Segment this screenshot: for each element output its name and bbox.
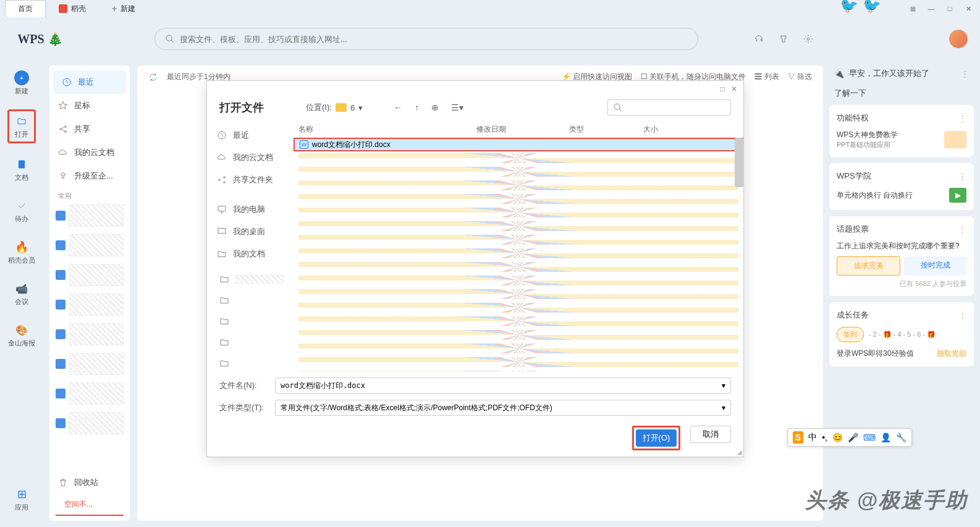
vote-option-b[interactable]: 按时完成 — [904, 256, 966, 276]
file-row[interactable] — [294, 151, 743, 165]
view-list[interactable]: ☰ 列表 — [754, 72, 779, 82]
recent-file-1[interactable] — [56, 204, 124, 227]
col-type[interactable]: 类型 — [569, 124, 643, 135]
tab-docker[interactable]: 稻壳 — [46, 0, 99, 17]
up-icon[interactable]: ↑ — [415, 103, 419, 112]
dside-folder-blur1[interactable] — [207, 269, 294, 290]
recent-file-3[interactable] — [56, 264, 124, 286]
recent-file-7[interactable] — [56, 382, 124, 405]
dside-recent[interactable]: 最近 — [207, 124, 294, 146]
ime-zh[interactable]: 中 — [808, 432, 817, 443]
chevron-down-icon[interactable]: ▾ — [722, 403, 725, 412]
minimize-button[interactable]: — — [922, 0, 940, 17]
dside-share[interactable]: 共享文件夹 — [207, 169, 294, 191]
storage-warning[interactable]: 空间不... — [56, 494, 124, 516]
more-icon[interactable]: ⋮ — [958, 311, 966, 320]
nav-share[interactable]: 共享 — [49, 117, 130, 141]
file-row[interactable] — [294, 301, 743, 314]
scrollbar-thumb[interactable] — [735, 138, 743, 187]
dialog-max-icon[interactable]: □ — [720, 85, 725, 93]
recent-file-2[interactable] — [56, 234, 124, 256]
dside-desktop[interactable]: 我的桌面 — [207, 221, 294, 243]
side-apps[interactable]: ⊞应用 — [7, 484, 36, 515]
ime-mic-icon[interactable]: 🎤 — [848, 432, 858, 442]
nav-upgrade[interactable]: 升级至企... — [49, 164, 130, 188]
gear-icon[interactable] — [803, 34, 813, 44]
view-mode-icon[interactable]: ☰▾ — [451, 103, 463, 112]
file-row[interactable] — [294, 233, 743, 247]
file-row[interactable] — [294, 206, 743, 219]
dside-folder-blur2[interactable] — [207, 290, 294, 311]
file-row-selected[interactable]: W word文档缩小打印.docx — [294, 138, 743, 151]
file-row[interactable] — [294, 260, 743, 274]
more-icon[interactable]: ⋮ — [961, 69, 969, 78]
file-row[interactable] — [294, 355, 743, 369]
ime-punct[interactable]: •, — [822, 432, 827, 442]
dside-folder-blur4[interactable] — [207, 332, 294, 353]
file-list[interactable]: W word文档缩小打印.docx — [294, 138, 743, 371]
ime-emoji-icon[interactable]: 😊 — [832, 432, 843, 442]
file-row[interactable] — [294, 328, 743, 342]
back-icon[interactable]: ← — [394, 103, 402, 112]
vote-option-a[interactable]: 追求完美 — [837, 256, 900, 276]
chevron-down-icon[interactable]: ▾ — [358, 103, 363, 112]
claim-reward[interactable]: 领取奖励 — [937, 348, 966, 359]
file-row[interactable] — [294, 165, 743, 179]
file-row[interactable] — [294, 342, 743, 355]
close-button[interactable]: ✕ — [959, 0, 978, 17]
nav-recycle[interactable]: 回收站 — [49, 471, 130, 494]
search-box[interactable] — [154, 28, 698, 50]
tab-new[interactable]: +新建 — [99, 0, 148, 17]
resize-grip[interactable]: ◢ — [737, 449, 742, 455]
dside-folder-blur3[interactable] — [207, 311, 294, 332]
filter-button[interactable]: ▽ 筛选 — [788, 72, 812, 82]
side-member[interactable]: 🔥稻壳会员 — [7, 237, 36, 268]
ime-settings-icon[interactable]: 🔧 — [896, 432, 906, 442]
nav-star[interactable]: 星标 — [49, 94, 130, 117]
recent-file-8[interactable] — [56, 412, 124, 434]
filetype-select[interactable]: 常用文件(文字/Word格式;表格/Excel格式;演示/PowerPoint格… — [275, 400, 731, 416]
side-open[interactable]: 打开 — [7, 109, 36, 143]
nav-recent[interactable]: 最近 — [53, 70, 126, 94]
recent-file-4[interactable] — [56, 293, 124, 316]
ime-toolbar[interactable]: S 中 •, 😊 🎤 ⌨ 👤 🔧 — [787, 428, 912, 447]
nav-cloud[interactable]: 我的云文档 — [49, 141, 130, 164]
dside-cloud[interactable]: 我的云文档 — [207, 146, 294, 169]
dside-mydocs[interactable]: 我的文档 — [207, 243, 294, 265]
more-icon[interactable]: ⋮ — [958, 114, 966, 123]
headset-icon[interactable] — [754, 34, 764, 44]
recent-file-6[interactable] — [56, 353, 124, 375]
col-date[interactable]: 修改日期 — [476, 124, 569, 135]
side-poster[interactable]: 🎨金山海报 — [7, 320, 36, 350]
col-name[interactable]: 名称 — [298, 124, 476, 135]
file-row[interactable] — [294, 274, 743, 287]
file-row[interactable] — [294, 314, 743, 328]
file-row[interactable] — [294, 219, 743, 233]
open-button[interactable]: 打开(O) — [636, 429, 677, 447]
file-row[interactable] — [294, 247, 743, 260]
maximize-button[interactable]: □ — [940, 0, 959, 17]
side-new[interactable]: +新建 — [7, 68, 36, 98]
chevron-down-icon[interactable]: ▾ — [722, 381, 725, 390]
recent-file-5[interactable] — [56, 323, 124, 345]
layout-button[interactable]: ⊞ — [903, 0, 922, 17]
tab-home[interactable]: 首页 — [5, 0, 46, 17]
side-todo[interactable]: 待办 — [7, 196, 36, 226]
col-size[interactable]: 大小 — [643, 124, 738, 135]
filename-input[interactable]: word文档缩小打印.docx▾ — [275, 377, 731, 394]
side-docs[interactable]: 文档 — [7, 154, 36, 185]
feat-item[interactable]: WPS大神免费教学 PPT基础功能应用 — [837, 130, 966, 150]
search-input[interactable] — [180, 35, 688, 44]
new-folder-icon[interactable]: ⊕ — [431, 103, 439, 112]
shirt-icon[interactable] — [779, 34, 788, 44]
file-row[interactable] — [294, 287, 743, 301]
dside-computer[interactable]: 我的电脑 — [207, 198, 294, 221]
cancel-button[interactable]: 取消 — [690, 426, 731, 443]
ime-keyboard-icon[interactable]: ⌨ — [863, 432, 876, 442]
dialog-close-icon[interactable]: ✕ — [731, 85, 737, 93]
dialog-search[interactable] — [607, 99, 731, 116]
side-meeting[interactable]: 📹会议 — [7, 279, 36, 309]
college-item[interactable]: 单元格内换行 自动换行 ▶ — [837, 188, 966, 203]
signin-pill[interactable]: 签到 — [837, 327, 864, 342]
ime-person-icon[interactable]: 👤 — [881, 432, 891, 442]
